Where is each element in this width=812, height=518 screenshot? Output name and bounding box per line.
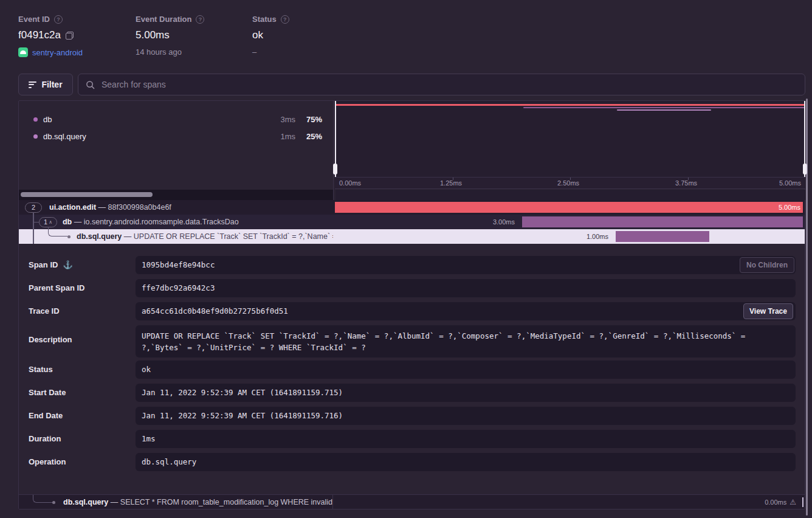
axis-tick-mark [570, 178, 571, 180]
span-row-db[interactable]: 1∧ db — io.sentry.android.roomsample.dat… [19, 215, 805, 229]
children-count-badge[interactable]: 1∧ [39, 217, 57, 227]
status-value: ok [252, 29, 263, 41]
detail-value-end-date: Jan 11, 2022 9:52:39 AM CET (1641891159.… [136, 407, 796, 425]
zero-duration-marker [802, 497, 804, 507]
timeline-axis: 0.00ms 1.25ms 2.50ms 3.75ms 5.00ms [335, 177, 805, 189]
tree-connector [48, 227, 67, 237]
detail-label-end-date: End Date [29, 411, 63, 420]
breakdown-row-db[interactable]: db 3ms 75% [19, 111, 333, 128]
page-scrollbar[interactable] [806, 98, 808, 516]
minimap-left-grip[interactable] [333, 164, 337, 174]
help-icon[interactable] [54, 15, 63, 24]
detail-value-operation: db.sql.query [136, 453, 796, 471]
anchor-icon[interactable]: ⚓ [63, 260, 72, 269]
span-duration-label: 0.00ms [765, 499, 786, 506]
span-op: db.sql.query [63, 498, 108, 506]
detail-value-description: UPDATE OR REPLACE `Track` SET `TrackId` … [136, 325, 796, 357]
op-color-dot [33, 117, 38, 122]
filter-button[interactable]: Filter [18, 74, 73, 95]
strip-right [335, 190, 805, 200]
span-desc: 88f300998a0b4e6f [108, 203, 171, 212]
status-label: Status [252, 15, 277, 24]
event-id-label: Event ID [18, 15, 83, 24]
chevron-up-icon: ∧ [49, 219, 52, 225]
no-children-button[interactable]: No Children [740, 257, 794, 273]
breakdown-op: db [43, 115, 267, 124]
breakdown-percent: 75% [295, 115, 322, 124]
axis-tick: 1.25ms [440, 179, 462, 187]
span-row-db-sql-query-selected[interactable]: db.sql.query — UPDATE OR REPLACE `Track`… [19, 229, 805, 244]
breakdown-duration: 3ms [267, 115, 295, 124]
help-icon[interactable] [281, 15, 289, 24]
minimap-span-line [523, 107, 805, 109]
detail-value-span-id: 1095bd4ef8e94bcc [136, 256, 796, 274]
minimap-span-line [335, 104, 805, 106]
span-op: db.sql.query [77, 232, 122, 241]
status-block: Status ok – [252, 15, 289, 57]
breakdown-op: db.sql.query [43, 132, 267, 141]
axis-tick: 3.75ms [675, 179, 697, 187]
axis-tick: 0.00ms [339, 179, 361, 187]
span-row-db-sql-query-select[interactable]: db.sql.query — SELECT * FROM room_table_… [19, 494, 805, 509]
event-duration-ago: 14 hours ago [136, 47, 182, 57]
span-desc: UPDATE OR REPLACE `Track` SET `TrackId` … [134, 232, 333, 241]
span-duration-bar [522, 216, 803, 227]
span-op: db [63, 218, 72, 226]
leaf-dot [67, 235, 71, 238]
help-icon[interactable] [196, 15, 204, 24]
detail-value-parent-span-id: ffe7dbc92a6942c3 [136, 279, 796, 297]
event-id-block: Event ID f0491c2a sentry-android [18, 15, 83, 57]
detail-label-operation: Operation [29, 457, 66, 466]
detail-label-trace-id: Trace ID [29, 306, 60, 316]
span-op: ui.action.edit [49, 203, 96, 212]
detail-label-parent-span-id: Parent Span ID [29, 283, 84, 292]
minimap-span-line [617, 109, 711, 111]
breakdown-percent: 25% [295, 132, 322, 141]
event-duration-label: Event Duration [136, 15, 191, 24]
tree-hscrollbar-thumb[interactable] [21, 192, 153, 197]
detail-label-status: Status [29, 365, 53, 374]
detail-value-trace-id: a654cc61dc0b48ef9d0b27275b6f0d51 [136, 302, 796, 320]
breakdown-duration: 1ms [267, 132, 295, 141]
search-icon [86, 80, 95, 89]
detail-value-status: ok [136, 361, 796, 379]
android-project-icon [18, 47, 28, 57]
axis-tick-mark [453, 178, 453, 180]
filter-button-label: Filter [41, 80, 62, 89]
detail-label-start-date: Start Date [29, 388, 66, 397]
span-detail-page: { "header": { "event_id": { "label": "Ev… [0, 0, 812, 518]
children-count-badge[interactable]: 2 [25, 202, 42, 213]
op-color-dot [33, 134, 38, 139]
axis-tick: 2.50ms [557, 179, 579, 187]
span-duration-label: 5.00ms [779, 202, 800, 213]
detail-label-span-id: Span ID ⚓ [29, 260, 73, 269]
axis-tick: 5.00ms [779, 179, 801, 187]
copy-icon[interactable] [66, 32, 74, 40]
span-row-ui-action-edit[interactable]: 2 ui.action.edit — 88f300998a0b4e6f 5.00… [19, 200, 805, 215]
event-id-label-text: Event ID [18, 15, 50, 24]
detail-label-duration: Duration [29, 434, 61, 443]
timeline-minimap[interactable] [335, 101, 805, 177]
warning-icon: ⚠ [790, 498, 796, 506]
span-desc: io.sentry.android.roomsample.data.Tracks… [84, 218, 239, 226]
event-duration-value: 5.00ms [136, 29, 170, 41]
detail-value-duration: 1ms [136, 430, 796, 448]
event-id-value: f0491c2a [18, 29, 61, 41]
panel-divider [333, 101, 334, 200]
trace-panel: db 3ms 75% db.sql.query 1ms 25% 0.00ms 1… [18, 100, 805, 509]
filter-icon [29, 81, 36, 88]
view-trace-button[interactable]: View Trace [743, 303, 793, 319]
span-duration-bar [616, 231, 709, 242]
span-desc: SELECT * FROM room_table_modification_lo… [120, 498, 333, 506]
search-input[interactable] [100, 79, 797, 90]
span-search [78, 74, 805, 95]
axis-tick-mark [688, 178, 689, 180]
span-duration-label: 3.00ms [493, 216, 518, 227]
tree-connector [33, 222, 39, 223]
breakdown-row-db-sql-query[interactable]: db.sql.query 1ms 25% [19, 128, 333, 145]
detail-label-description: Description [29, 335, 72, 344]
tree-connector [33, 212, 34, 244]
event-duration-block: Event Duration 5.00ms 14 hours ago [136, 15, 204, 57]
status-sub: – [252, 47, 256, 57]
project-link[interactable]: sentry-android [32, 48, 83, 57]
